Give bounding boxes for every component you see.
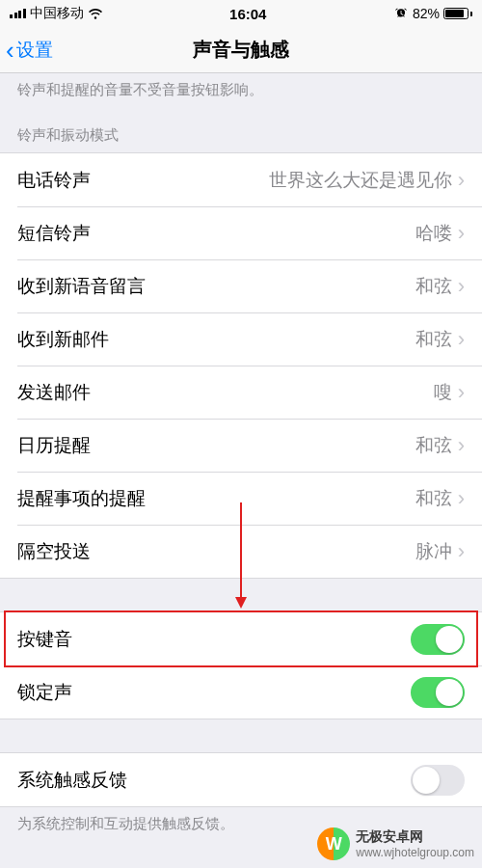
cell-text-tone[interactable]: 短信铃声 哈喽 › (0, 206, 482, 259)
cell-value: 哈喽 (415, 221, 452, 246)
cell-label: 系统触感反馈 (17, 768, 411, 793)
status-time: 16:04 (229, 6, 266, 22)
cell-keyboard-clicks[interactable]: 按键音 (0, 612, 482, 665)
watermark-brand: 无极安卓网 (356, 828, 474, 846)
cell-new-mail[interactable]: 收到新邮件 和弦 › (0, 312, 482, 366)
chevron-right-icon: › (458, 486, 465, 511)
cell-label: 发送邮件 (17, 380, 434, 405)
cell-new-voicemail[interactable]: 收到新语音留言 和弦 › (0, 259, 482, 312)
chevron-right-icon: › (458, 274, 465, 299)
cell-value: 嗖 (434, 380, 452, 405)
cell-value: 脉冲 (415, 539, 452, 564)
watermark-logo: W (317, 827, 350, 860)
watermark-url: www.wjhotelgroup.com (356, 846, 474, 859)
toggle-group: 按键音 锁定声 (0, 611, 482, 719)
cell-lock-sound[interactable]: 锁定声 (0, 665, 482, 719)
haptics-group: 系统触感反馈 (0, 752, 482, 807)
cell-label: 短信铃声 (17, 221, 415, 246)
cell-system-haptics[interactable]: 系统触感反馈 (0, 753, 482, 806)
back-button[interactable]: ‹ 设置 (0, 38, 53, 63)
chevron-right-icon: › (458, 168, 465, 193)
keyboard-clicks-toggle[interactable] (411, 624, 465, 655)
cell-value: 和弦 (415, 274, 452, 299)
cell-label: 电话铃声 (17, 168, 269, 193)
signal-icon (10, 9, 26, 18)
chevron-left-icon: ‹ (6, 38, 14, 63)
cell-phone-ringtone[interactable]: 电话铃声 世界这么大还是遇见你 › (0, 153, 482, 206)
battery-icon (443, 8, 472, 19)
lock-sound-toggle[interactable] (411, 677, 465, 708)
cell-value: 和弦 (415, 486, 452, 511)
cell-calendar-alerts[interactable]: 日历提醒 和弦 › (0, 419, 482, 472)
chevron-right-icon: › (458, 221, 465, 246)
alarm-icon (393, 7, 409, 20)
cell-label: 提醒事项的提醒 (17, 486, 415, 511)
watermark: W 无极安卓网 www.wjhotelgroup.com (317, 827, 474, 860)
back-label: 设置 (16, 38, 53, 63)
system-haptics-toggle[interactable] (411, 765, 465, 796)
nav-bar: ‹ 设置 声音与触感 (0, 27, 482, 73)
chevron-right-icon: › (458, 539, 465, 564)
wifi-icon (88, 8, 103, 19)
chevron-right-icon: › (458, 433, 465, 458)
cell-airdrop[interactable]: 隔空投送 脉冲 › (0, 525, 482, 578)
chevron-right-icon: › (458, 327, 465, 352)
cell-value: 和弦 (415, 327, 452, 352)
sound-group: 电话铃声 世界这么大还是遇见你 › 短信铃声 哈喽 › 收到新语音留言 和弦 ›… (0, 152, 482, 579)
status-left: 中国移动 (10, 5, 103, 22)
cell-label: 收到新邮件 (17, 327, 415, 352)
status-bar: 中国移动 16:04 82% (0, 0, 482, 27)
chevron-right-icon: › (458, 380, 465, 405)
cell-reminder-alerts[interactable]: 提醒事项的提醒 和弦 › (0, 472, 482, 525)
section-header-ringtones: 铃声和振动模式 (0, 109, 482, 152)
cell-label: 隔空投送 (17, 539, 415, 564)
cell-label: 收到新语音留言 (17, 274, 415, 299)
battery-percent: 82% (413, 6, 440, 21)
cell-sent-mail[interactable]: 发送邮件 嗖 › (0, 366, 482, 419)
cell-label: 按键音 (17, 627, 411, 652)
status-right: 82% (393, 6, 472, 21)
page-title: 声音与触感 (0, 37, 482, 63)
cell-label: 锁定声 (17, 680, 411, 705)
cell-value: 世界这么大还是遇见你 (269, 168, 452, 193)
carrier-label: 中国移动 (30, 5, 84, 22)
ringer-hint: 铃声和提醒的音量不受音量按钮影响。 (0, 73, 482, 109)
cell-label: 日历提醒 (17, 433, 415, 458)
cell-value: 和弦 (415, 433, 452, 458)
